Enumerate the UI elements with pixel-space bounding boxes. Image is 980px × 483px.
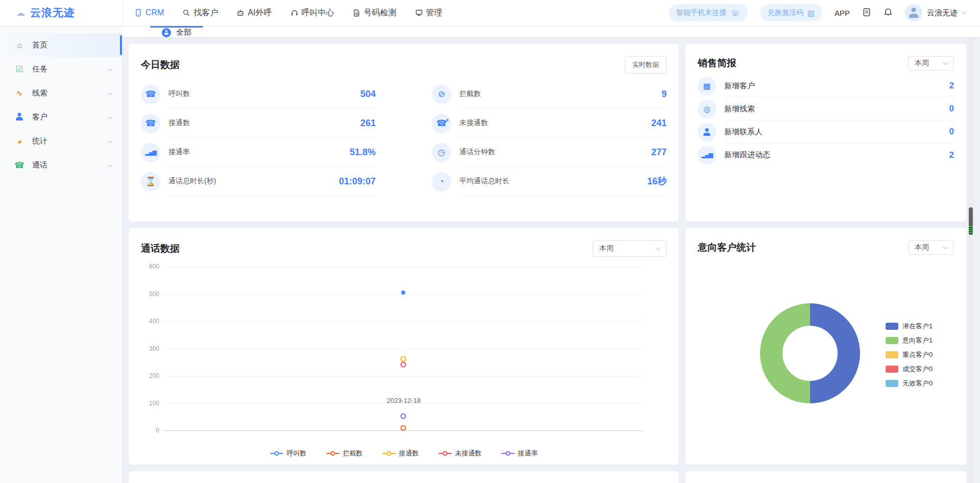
sales-item-value: 0	[949, 104, 954, 114]
intent-period-select[interactable]: 本周	[908, 240, 954, 255]
chevron-down-icon	[943, 60, 948, 65]
sales-period-value: 本周	[915, 59, 929, 68]
today-card-title: 今日数据	[141, 58, 180, 71]
navbar-right: 智能手机未连接 ☏ 兑换激活码 ▥ APP 云浪无迹	[669, 4, 980, 21]
call-data-card: 通话数据 本周 0100200300400500600 2023-12-18 呼…	[129, 228, 679, 465]
desk-phone-icon: ☏	[730, 9, 740, 17]
sidebar-item-home[interactable]: ⌂ 首页	[0, 33, 122, 57]
sales-item-label: 新增线索	[724, 104, 755, 114]
stat-label: 接通数	[168, 118, 190, 128]
sales-item-label: 新增客户	[724, 81, 755, 91]
leads-route-icon: ∿	[14, 89, 24, 98]
legend-swatch	[886, 380, 898, 387]
legend-item-connect_rate[interactable]: 接通率	[501, 449, 538, 458]
pie-legend-item-potential[interactable]: 潜在客户1	[886, 322, 933, 331]
sidebar-item-customers[interactable]: 客户	[0, 105, 122, 129]
sidebar-item-stats[interactable]: ◕ 统计	[0, 129, 122, 153]
nav-item-admin[interactable]: 管理	[415, 8, 443, 18]
app-link[interactable]: APP	[835, 9, 850, 17]
chevron-down-icon	[108, 162, 113, 167]
stat-call_count: ☎呼叫数504	[141, 80, 376, 109]
sales-brief-card: 销售简报 本周 ▦新增客户2◎新增线索0新增联系人0▂▄▆新增跟进动态2	[685, 44, 966, 222]
today-stats-grid: ☎呼叫数504⊘拦截数9☎接通数261☎×未接通数241▂▄▆接通率51.8%◷…	[129, 74, 679, 196]
sidebar-item-tasks[interactable]: ☑ 任务	[0, 57, 122, 81]
sales-card-title: 销售简报	[698, 57, 737, 70]
phone-icon: ☎	[14, 161, 24, 170]
next-row-card-left	[129, 471, 679, 483]
redeem-code-button[interactable]: 兑换激活码 ▥	[760, 4, 822, 21]
sidebar: ⌂ 首页 ☑ 任务 ∿ 线索 客户 ◕ 统计	[0, 26, 122, 483]
pie-legend-item-key[interactable]: 重点客户0	[886, 350, 933, 359]
tab-all-label: 全部	[176, 28, 191, 37]
nav-item-call-center[interactable]: 呼叫中心	[290, 8, 334, 18]
sales-item-new_followups: ▂▄▆新增跟进动态2	[698, 143, 954, 166]
legend-item-missed_count[interactable]: 未接通数	[438, 449, 482, 458]
stat-value: 16秒	[647, 175, 667, 187]
stopwatch-icon: ◔	[432, 172, 451, 191]
gridline-600	[163, 267, 643, 267]
legend-symbol	[501, 453, 514, 454]
nav-item-ai-outbound[interactable]: AI外呼	[236, 8, 272, 18]
nav-item-number-check[interactable]: 号码检测	[353, 8, 397, 18]
stat-value: 277	[651, 147, 667, 158]
customer-person-icon	[14, 113, 24, 122]
series-marker-blocked_count	[401, 425, 406, 431]
call-icon: ☎	[141, 85, 160, 104]
document-button[interactable]	[862, 8, 871, 18]
target-icon: ◎	[698, 100, 716, 118]
sales-period-select[interactable]: 本周	[908, 56, 954, 70]
realtime-data-button[interactable]: 实时数据	[625, 56, 667, 74]
headset-icon	[290, 9, 299, 17]
tab-all[interactable]: 全部	[150, 26, 203, 37]
nav-item-crm[interactable]: CRM	[134, 8, 164, 17]
scrollbar-thumb[interactable]	[969, 207, 973, 235]
intent-chart-title: 意向客户统计	[698, 241, 756, 254]
pie-legend-item-intent[interactable]: 意向客户1	[886, 336, 933, 345]
y-axis-tick: 400	[137, 318, 159, 325]
sim-card-icon	[353, 9, 361, 17]
scrollbar-track[interactable]	[968, 26, 973, 483]
stat-label: 拦截数	[459, 89, 481, 99]
legend-label: 意向客户1	[902, 336, 933, 345]
legend-item-blocked_count[interactable]: 拦截数	[326, 449, 363, 458]
stat-value: 241	[651, 118, 667, 129]
home-icon: ⌂	[14, 41, 24, 50]
legend-swatch	[886, 366, 898, 373]
chevron-down-icon	[108, 90, 113, 95]
sidebar-item-label: 首页	[32, 40, 47, 50]
legend-label: 拦截数	[343, 449, 363, 458]
notifications-button[interactable]	[884, 8, 893, 18]
missed-call-icon: ☎×	[432, 114, 451, 133]
smartphone-status-button[interactable]: 智能手机未连接 ☏	[669, 4, 748, 21]
intent-period-value: 本周	[915, 243, 929, 252]
monitor-icon	[415, 9, 423, 17]
pie-legend-item-deal[interactable]: 成交客户0	[886, 365, 933, 374]
main-nav: CRM 找客户 AI外呼 呼叫中心 号码检测 管理	[122, 0, 443, 26]
brand-name: 云浪无迹	[30, 6, 75, 20]
clock-icon: ◷	[432, 143, 451, 162]
nav-item-label: 号码检测	[364, 8, 397, 18]
nav-item-find-customers[interactable]: 找客户	[182, 8, 218, 18]
connected-call-icon: ☎	[141, 114, 160, 133]
stat-value: 01:09:07	[339, 176, 376, 187]
sidebar-item-calls[interactable]: ☎ 通话	[0, 153, 122, 177]
y-axis-tick: 0	[137, 427, 159, 434]
legend-label: 无效客户0	[902, 379, 933, 388]
sidebar-item-leads[interactable]: ∿ 线索	[0, 81, 122, 105]
call-chart-period-select[interactable]: 本周	[593, 240, 667, 257]
username: 云浪无迹	[927, 8, 958, 18]
legend-label: 潜在客户1	[902, 322, 933, 331]
legend-label: 接通数	[399, 449, 419, 458]
legend-swatch	[886, 323, 898, 330]
gridline-200	[163, 376, 643, 376]
user-menu[interactable]: 云浪无迹	[905, 4, 966, 21]
gridline-300	[163, 349, 643, 349]
legend-item-connected_count[interactable]: 接通数	[382, 449, 419, 458]
sales-item-label: 新增跟进动态	[724, 150, 770, 160]
legend-item-call_count[interactable]: 呼叫数	[270, 449, 307, 458]
legend-label: 重点客户0	[902, 350, 933, 359]
sales-item-new_contacts: 新增联系人0	[698, 120, 954, 143]
pie-legend-item-invalid[interactable]: 无效客户0	[886, 379, 933, 388]
gridline-400	[163, 321, 643, 322]
sales-item-new_customers: ▦新增客户2	[698, 75, 954, 98]
